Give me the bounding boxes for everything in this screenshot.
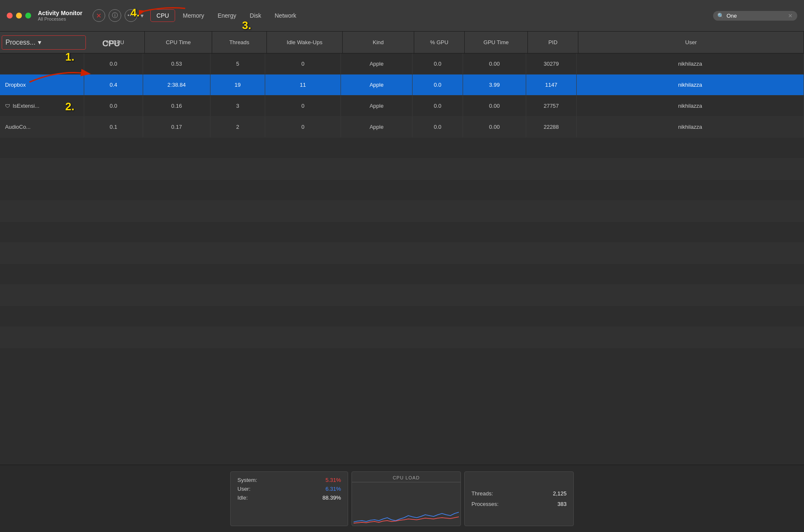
cell-user: nikhilazza bbox=[577, 117, 804, 137]
empty-row bbox=[0, 159, 804, 180]
cpu-load-chart bbox=[352, 482, 461, 526]
idle-value: 88.39% bbox=[322, 495, 341, 501]
empty-row bbox=[0, 180, 804, 201]
cell-gpu-pct: 0.0 bbox=[413, 117, 463, 137]
app-title-group: Activity Monitor All Processes bbox=[38, 10, 83, 21]
col-header-cpu-time[interactable]: CPU Time bbox=[145, 32, 212, 53]
process-col-label: Process... bbox=[5, 39, 35, 46]
table-row[interactable]: 0.0 0.53 5 0 Apple 0.0 0.00 30279 nikhil… bbox=[0, 53, 804, 74]
cell-cpu-pct: 0.4 bbox=[84, 74, 143, 95]
tab-network[interactable]: Network bbox=[269, 10, 302, 21]
col-header-process[interactable]: Process... ▾ bbox=[2, 35, 86, 50]
tab-energy[interactable]: Energy bbox=[212, 10, 242, 21]
cell-threads: 19 bbox=[210, 74, 265, 95]
table-row[interactable]: 🛡 IsExtensi... 0.0 0.16 3 0 Apple 0.0 0.… bbox=[0, 96, 804, 117]
cell-threads: 3 bbox=[210, 96, 265, 116]
cell-pid: 22288 bbox=[526, 117, 577, 137]
cell-pid: 30279 bbox=[526, 53, 577, 74]
cell-cpu-time: 0.17 bbox=[143, 117, 210, 137]
maximize-button[interactable] bbox=[25, 13, 31, 19]
dropdown-arrow-icon: ▾ bbox=[141, 12, 144, 19]
tab-disk[interactable]: Disk bbox=[244, 10, 267, 21]
threads-panel: Threads: 2,125 Processes: 383 bbox=[464, 471, 574, 526]
cell-process bbox=[0, 53, 84, 74]
processes-label: Processes: bbox=[471, 501, 498, 507]
col-header-cpu-pct[interactable]: % CPU bbox=[86, 32, 145, 53]
process-col-arrow: ▾ bbox=[38, 38, 41, 46]
threads-value: 2,125 bbox=[553, 490, 567, 497]
empty-row bbox=[0, 201, 804, 222]
cpu-load-panel: CPU LOAD bbox=[351, 471, 461, 526]
system-value: 5.31% bbox=[325, 477, 341, 483]
processes-value: 383 bbox=[557, 501, 567, 507]
cell-kind: Apple bbox=[341, 117, 413, 137]
app-title: Activity Monitor bbox=[38, 10, 83, 16]
cell-cpu-time: 0.16 bbox=[143, 96, 210, 116]
cell-kind: Apple bbox=[341, 96, 413, 116]
user-label: User: bbox=[237, 486, 250, 492]
info-button[interactable]: ⓘ bbox=[109, 9, 121, 22]
tab-memory[interactable]: Memory bbox=[177, 10, 210, 21]
table-body: 0.0 0.53 5 0 Apple 0.0 0.00 30279 nikhil… bbox=[0, 53, 804, 348]
cpu-load-title: CPU LOAD bbox=[393, 475, 420, 480]
traffic-lights bbox=[7, 13, 31, 19]
col-header-pid[interactable]: PID bbox=[528, 32, 578, 53]
user-value: 6.31% bbox=[325, 486, 341, 492]
empty-row bbox=[0, 138, 804, 159]
cell-idle-wakeups: 0 bbox=[265, 117, 341, 137]
col-header-user[interactable]: User bbox=[578, 32, 804, 53]
cell-cpu-pct: 0.0 bbox=[84, 96, 143, 116]
more-button[interactable]: ••• bbox=[125, 9, 137, 22]
col-header-gpu-pct[interactable]: % GPU bbox=[414, 32, 465, 53]
empty-row bbox=[0, 306, 804, 327]
toolbar-buttons: ✕ ⓘ ••• ▾ bbox=[93, 9, 144, 22]
col-header-gpu-time[interactable]: GPU Time bbox=[465, 32, 528, 53]
idle-label: Idle: bbox=[237, 495, 248, 501]
col-header-kind[interactable]: Kind bbox=[343, 32, 414, 53]
cell-user: nikhilazza bbox=[577, 53, 804, 74]
threads-label: Threads: bbox=[471, 490, 493, 497]
cell-gpu-time: 0.00 bbox=[463, 117, 526, 137]
table-row[interactable]: AudioCo... 0.1 0.17 2 0 Apple 0.0 0.00 2… bbox=[0, 117, 804, 138]
cell-cpu-pct: 0.0 bbox=[84, 53, 143, 74]
empty-rows bbox=[0, 138, 804, 348]
search-box: 🔍 ✕ bbox=[713, 11, 797, 21]
table-row[interactable]: Dropbox 0.4 2:38.84 19 11 Apple 0.0 3.99… bbox=[0, 74, 804, 96]
bottom-panel: System: 5.31% User: 6.31% Idle: 88.39% C… bbox=[0, 465, 804, 532]
close-button[interactable] bbox=[7, 13, 13, 19]
cell-threads: 5 bbox=[210, 53, 265, 74]
minimize-button[interactable] bbox=[16, 13, 22, 19]
stats-panel: System: 5.31% User: 6.31% Idle: 88.39% bbox=[230, 471, 348, 526]
col-header-threads[interactable]: Threads bbox=[212, 32, 267, 53]
cell-idle-wakeups: 0 bbox=[265, 96, 341, 116]
search-clear-icon[interactable]: ✕ bbox=[788, 13, 793, 19]
cell-process: 🛡 IsExtensi... bbox=[0, 96, 84, 116]
main-content: Process... ▾ % CPU CPU Time Threads Idle… bbox=[0, 32, 804, 465]
stop-button[interactable]: ✕ bbox=[93, 9, 105, 22]
app-subtitle: All Processes bbox=[38, 16, 83, 21]
cell-gpu-pct: 0.0 bbox=[413, 96, 463, 116]
titlebar: Activity Monitor All Processes ✕ ⓘ ••• ▾… bbox=[0, 0, 804, 32]
cell-user: nikhilazza bbox=[577, 74, 804, 95]
cell-gpu-time: 3.99 bbox=[463, 74, 526, 95]
cell-cpu-pct: 0.1 bbox=[84, 117, 143, 137]
empty-row bbox=[0, 327, 804, 348]
search-input[interactable] bbox=[727, 13, 785, 19]
cell-gpu-pct: 0.0 bbox=[413, 74, 463, 95]
nav-tabs: CPU Memory Energy Disk Network bbox=[150, 9, 713, 22]
cell-idle-wakeups: 11 bbox=[265, 74, 341, 95]
cell-pid: 1147 bbox=[526, 74, 577, 95]
empty-row bbox=[0, 243, 804, 264]
tab-cpu[interactable]: CPU bbox=[150, 9, 176, 22]
table-header: Process... ▾ % CPU CPU Time Threads Idle… bbox=[0, 32, 804, 53]
empty-row bbox=[0, 264, 804, 285]
stat-row-processes: Processes: 383 bbox=[471, 501, 567, 507]
cell-process: AudioCo... bbox=[0, 117, 84, 137]
cell-gpu-time: 0.00 bbox=[463, 53, 526, 74]
cell-process: Dropbox bbox=[0, 74, 84, 95]
dropdown-button[interactable]: ▾ bbox=[141, 12, 144, 19]
cpu-chart-svg bbox=[354, 490, 459, 524]
col-header-idle-wakeups[interactable]: Idle Wake-Ups bbox=[267, 32, 343, 53]
search-icon: 🔍 bbox=[717, 13, 724, 19]
cell-kind: Apple bbox=[341, 53, 413, 74]
